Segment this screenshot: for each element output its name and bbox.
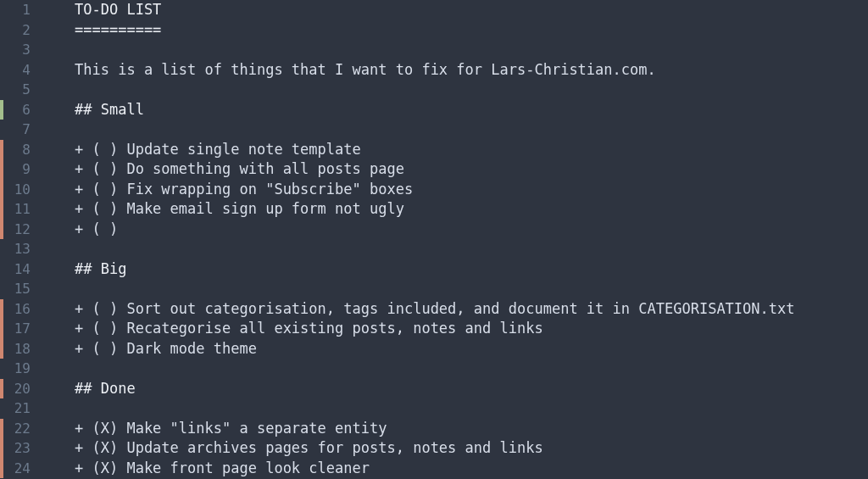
gutter-row: 1 xyxy=(0,0,51,20)
editor-line[interactable] xyxy=(75,398,868,419)
line-number: 3 xyxy=(3,40,37,60)
line-number: 16 xyxy=(3,299,37,320)
gutter-row: 12 xyxy=(0,220,51,240)
editor-line[interactable]: + ( ) Make email sign up form not ugly xyxy=(75,199,868,220)
line-number: 13 xyxy=(3,239,37,259)
gutter-row: 24 xyxy=(0,459,51,479)
editor-line[interactable]: + ( ) xyxy=(75,220,868,240)
editor-line[interactable]: + (X) Make front page look cleaner xyxy=(75,459,868,479)
gutter-row: 15 xyxy=(0,279,51,299)
gutter-row: 11 xyxy=(0,199,51,220)
line-number: 18 xyxy=(3,339,37,359)
gutter-row: 16 xyxy=(0,299,51,320)
line-number: 20 xyxy=(3,379,37,399)
editor-line[interactable]: This is a list of things that I want to … xyxy=(75,60,868,81)
line-number: 22 xyxy=(3,419,37,439)
editor-line[interactable] xyxy=(75,239,868,259)
line-number: 7 xyxy=(3,120,37,140)
editor-line[interactable] xyxy=(75,80,868,100)
line-number: 9 xyxy=(3,159,37,180)
editor-line[interactable]: TO-DO LIST xyxy=(75,0,868,20)
editor-line[interactable]: + ( ) Update single note template xyxy=(75,140,868,160)
gutter-row: 17 xyxy=(0,319,51,339)
line-number: 14 xyxy=(3,259,37,280)
gutter-row: 19 xyxy=(0,359,51,379)
gutter-row: 5 xyxy=(0,80,51,100)
editor-line[interactable]: + ( ) Dark mode theme xyxy=(75,339,868,359)
editor-line[interactable]: + (X) Update archives pages for posts, n… xyxy=(75,438,868,459)
gutter-row: 10 xyxy=(0,180,51,200)
line-number: 19 xyxy=(3,359,37,379)
editor-line[interactable]: ========== xyxy=(75,20,868,41)
editor-line[interactable]: + (X) Make "links" a separate entity xyxy=(75,419,868,439)
editor-line[interactable]: ## Big xyxy=(75,259,868,280)
line-number: 8 xyxy=(3,140,37,160)
gutter-row: 18 xyxy=(0,339,51,359)
gutter-row: 2 xyxy=(0,20,51,41)
gutter-row: 21 xyxy=(0,398,51,419)
gutter-row: 9 xyxy=(0,159,51,180)
editor-line[interactable] xyxy=(75,120,868,140)
line-number: 24 xyxy=(3,459,37,479)
editor-line[interactable]: ## Small xyxy=(75,100,868,120)
line-number: 1 xyxy=(3,0,37,20)
gutter-row: 3 xyxy=(0,40,51,60)
gutter-row: 7 xyxy=(0,120,51,140)
line-number: 15 xyxy=(3,279,37,299)
editor-line[interactable] xyxy=(75,359,868,379)
line-gutter: 123456789101112131415161718192021222324 xyxy=(0,0,51,479)
line-number: 10 xyxy=(3,180,37,200)
line-number: 12 xyxy=(3,220,37,240)
line-number: 5 xyxy=(3,80,37,100)
gutter-row: 22 xyxy=(0,419,51,439)
line-number: 23 xyxy=(3,438,37,459)
editor-content[interactable]: TO-DO LIST==========This is a list of th… xyxy=(51,0,868,479)
line-number: 21 xyxy=(3,398,37,419)
gutter-row: 14 xyxy=(0,259,51,280)
gutter-row: 20 xyxy=(0,379,51,399)
editor-line[interactable] xyxy=(75,279,868,299)
gutter-row: 6 xyxy=(0,100,51,120)
editor-line[interactable]: + ( ) Fix wrapping on "Subscribe" boxes xyxy=(75,180,868,200)
line-number: 6 xyxy=(3,100,37,120)
gutter-row: 4 xyxy=(0,60,51,81)
editor-line[interactable]: + ( ) Do something with all posts page xyxy=(75,159,868,180)
gutter-row: 13 xyxy=(0,239,51,259)
line-number: 17 xyxy=(3,319,37,339)
line-number: 4 xyxy=(3,60,37,81)
gutter-row: 8 xyxy=(0,140,51,160)
gutter-row: 23 xyxy=(0,438,51,459)
editor-line[interactable] xyxy=(75,40,868,60)
code-editor[interactable]: 123456789101112131415161718192021222324 … xyxy=(0,0,868,479)
editor-line[interactable]: + ( ) Sort out categorisation, tags incl… xyxy=(75,299,868,320)
line-number: 2 xyxy=(3,20,37,41)
line-number: 11 xyxy=(3,199,37,220)
editor-line[interactable]: ## Done xyxy=(75,379,868,399)
editor-line[interactable]: + ( ) Recategorise all existing posts, n… xyxy=(75,319,868,339)
